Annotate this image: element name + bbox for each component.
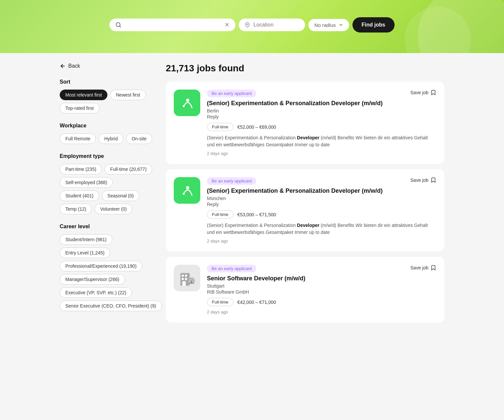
early-applicant-badge: Be an early applicant [207, 177, 256, 185]
employment-full-time[interactable]: Full-time (20,677) [104, 164, 152, 175]
svg-rect-15 [191, 281, 192, 283]
career-executive[interactable]: Executive (VP, SVP, etc.) (22) [60, 287, 132, 298]
employment-temp[interactable]: Temp (12) [60, 204, 92, 214]
company-logo [174, 177, 200, 204]
location-icon [245, 22, 250, 28]
search-input[interactable]: developer [125, 22, 221, 28]
results-count: 21,713 jobs found [166, 63, 444, 74]
sort-newest-first[interactable]: Newest first [110, 90, 146, 100]
job-list: 21,713 jobs found Be an early applicant … [166, 63, 444, 328]
svg-point-4 [186, 99, 189, 102]
job-snippet: (Senior) Experimentation & Personalizati… [207, 134, 436, 148]
career-manager[interactable]: Manager/Supervisor (266) [60, 274, 125, 285]
job-type-badge: Full-time [207, 123, 233, 131]
svg-rect-11 [182, 278, 184, 280]
arrow-left-icon [60, 63, 66, 69]
job-time: 2 days ago [207, 310, 436, 315]
clear-search-button[interactable]: ✕ [224, 22, 229, 28]
career-entry-level[interactable]: Entry Level (1,245) [60, 247, 110, 258]
workplace-full-remote[interactable]: Full Remote [60, 133, 96, 144]
sort-most-relevant[interactable]: Most relevant first [60, 90, 107, 100]
workplace-title: Workplace [60, 123, 153, 129]
job-salary: €42,000 – €71,000 [237, 300, 276, 305]
job-type-badge: Full-time [207, 210, 233, 219]
workplace-on-site[interactable]: On-site [126, 133, 152, 144]
job-meta: Full-time €53,000 – €71,500 [207, 210, 436, 219]
employment-self-employed[interactable]: Self-employed (388) [60, 177, 113, 188]
job-details: Be an early applicant Senior Software De… [207, 265, 436, 315]
job-company: Reply [207, 114, 436, 119]
company-logo-icon [180, 96, 194, 109]
job-details: Be an early applicant (Senior) Experimen… [207, 177, 436, 244]
employment-type-title: Employment type [60, 153, 153, 159]
career-senior-executive[interactable]: Senior Executive (CEO, CFO, President) (… [60, 301, 162, 311]
svg-rect-10 [185, 275, 187, 277]
main-content: Back Sort Most relevant first Newest fir… [53, 53, 451, 338]
career-level-title: Career level [60, 224, 153, 230]
svg-rect-16 [189, 283, 194, 284]
early-applicant-badge: Be an early applicant [207, 90, 256, 97]
career-level-tags: Student/Intern (981) Entry Level (1,245)… [60, 234, 153, 311]
building-icon [177, 268, 197, 288]
employment-part-time[interactable]: Part-time (235) [60, 164, 102, 175]
job-time: 2 days ago [207, 239, 436, 244]
svg-point-5 [183, 105, 185, 107]
sort-title: Sort [60, 79, 153, 85]
location-input[interactable] [253, 22, 299, 28]
workplace-hybrid[interactable]: Hybrid [98, 133, 123, 144]
job-salary: €53,000 – €71,500 [237, 212, 276, 217]
employment-student[interactable]: Student (401) [60, 190, 99, 201]
chevron-down-icon [339, 23, 343, 27]
bookmark-icon [430, 265, 436, 271]
svg-rect-9 [182, 275, 184, 277]
sort-top-rated[interactable]: Top-rated first [60, 103, 99, 113]
header: developer ✕ No radius Find jobs [0, 0, 504, 53]
employment-type-section: Employment type Part-time (235) Full-tim… [60, 153, 153, 214]
search-bar: developer ✕ No radius Find jobs [109, 17, 394, 33]
career-professional[interactable]: Professional/Experienced (19,190) [60, 261, 142, 271]
job-company: RIB Software GmbH [207, 289, 436, 295]
career-student-intern[interactable]: Student/Intern (981) [60, 234, 112, 245]
svg-line-1 [120, 26, 121, 27]
svg-rect-13 [182, 281, 186, 286]
job-card: Be an early applicant Senior Software De… [166, 257, 444, 322]
sort-tags: Most relevant first Newest first Top-rat… [60, 90, 153, 113]
sort-section: Sort Most relevant first Newest first To… [60, 79, 153, 113]
search-input-wrapper: developer ✕ [109, 19, 235, 31]
job-details: Be an early applicant (Senior) Experimen… [207, 90, 436, 156]
svg-point-2 [247, 24, 248, 25]
job-title: Senior Software Developer (m/w/d) [207, 275, 436, 282]
svg-point-6 [186, 186, 189, 189]
company-logo [174, 90, 200, 116]
job-title: (Senior) Experimentation & Personalizati… [207, 187, 436, 194]
back-button[interactable]: Back [60, 63, 80, 69]
svg-point-7 [183, 193, 185, 195]
search-icon [115, 22, 121, 28]
early-applicant-badge: Be an early applicant [207, 265, 256, 272]
job-meta: Full-time €42,000 – €71,000 [207, 298, 436, 306]
save-job-button[interactable]: Save job [410, 177, 436, 183]
workplace-section: Workplace Full Remote Hybrid On-site [60, 123, 153, 144]
job-type-badge: Full-time [207, 298, 233, 306]
job-snippet: (Senior) Experimentation & Personalizati… [207, 222, 436, 236]
job-card: Be an early applicant (Senior) Experimen… [166, 169, 444, 251]
save-job-button[interactable]: Save job [410, 265, 436, 271]
career-level-section: Career level Student/Intern (981) Entry … [60, 224, 153, 311]
radius-dropdown[interactable]: No radius [308, 19, 349, 31]
workplace-tags: Full Remote Hybrid On-site [60, 133, 153, 144]
find-jobs-button[interactable]: Find jobs [352, 17, 395, 33]
bookmark-icon [430, 177, 436, 183]
job-location: Stuttgart [207, 283, 436, 289]
save-job-button[interactable]: Save job [410, 90, 436, 96]
radius-label: No radius [314, 22, 336, 28]
job-company: Reply [207, 202, 436, 207]
employment-type-tags: Part-time (235) Full-time (20,677) Self-… [60, 164, 153, 214]
employment-seasonal[interactable]: Seasonal (0) [102, 190, 139, 201]
job-meta: Full-time €52,000 – €69,000 [207, 123, 436, 131]
svg-rect-12 [185, 278, 187, 280]
job-location: Berlin [207, 108, 436, 113]
sidebar: Back Sort Most relevant first Newest fir… [60, 63, 153, 328]
employment-volunteer[interactable]: Volunteer (0) [94, 204, 132, 214]
bookmark-icon [430, 90, 436, 96]
job-salary: €52,000 – €69,000 [237, 124, 276, 130]
